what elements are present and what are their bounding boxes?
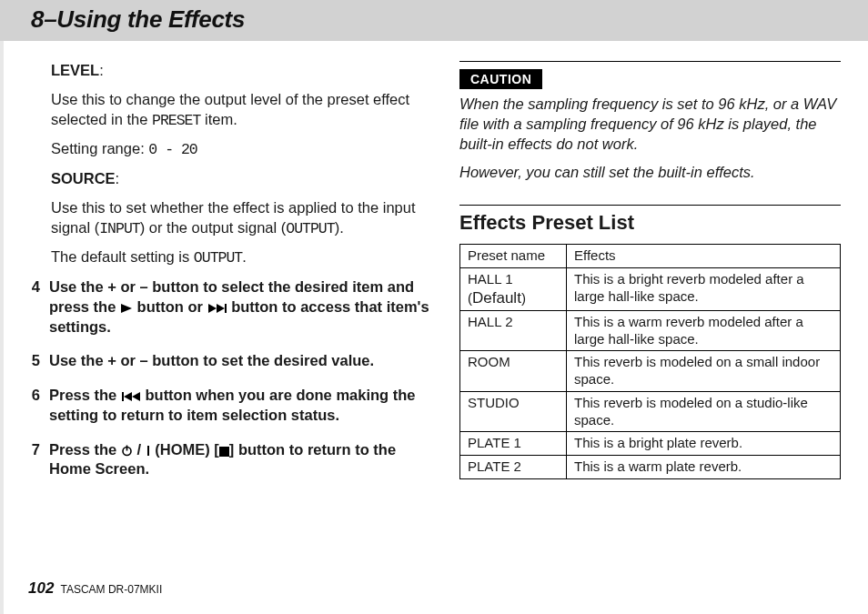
step-number: 6 [25,386,40,426]
lcd-default: OUTPUT [194,249,242,267]
text: The default setting is [51,248,194,265]
table-row: STUDIO This reverb is modeled on a studi… [460,391,841,432]
cell-effects: This is a bright reverb modeled after a … [567,267,841,310]
svg-marker-2 [217,304,225,313]
cell-preset-name: HALL 2 [460,310,567,351]
svg-marker-5 [124,392,132,401]
page: 8–Using the Effects LEVEL: Use this to c… [0,0,868,614]
svg-marker-1 [208,304,217,313]
step-4: 4 Use the + or – button to select the de… [51,277,432,337]
th-preset-name: Preset name [460,245,567,268]
slash: / [136,441,145,458]
preset-table: Preset name Effects HALL 1 (Default) Thi… [459,244,841,479]
source-description: Use this to set whether the effect is ap… [51,198,432,239]
th-effects: Effects [567,245,841,268]
svg-marker-6 [132,392,140,401]
cell-effects: This is a warm plate reverb. [567,456,841,479]
cell-effects: This reverb is modeled on a studio-like … [567,391,841,432]
table-row: PLATE 2 This is a warm plate reverb. [460,456,841,479]
text: item. [200,111,237,127]
step-7: 7 Press the / (HOME) [] button to return… [51,440,432,480]
power-icon [121,445,133,457]
cell-preset-name: STUDIO [460,391,567,432]
stop-icon [219,447,229,457]
caution-paragraph-2: However, you can still set the built-in … [459,163,841,183]
svg-rect-4 [122,392,124,401]
step-body: Press the / (HOME) [] button to return t… [49,440,432,480]
step-number: 5 [25,351,40,371]
text: . [242,248,247,265]
text: Press the [49,441,121,458]
table-header-row: Preset name Effects [460,245,841,268]
lcd-range: 0 - 20 [148,141,197,158]
table-row: PLATE 1 This is a bright plate reverb. [460,432,841,456]
rewind-icon [121,391,141,402]
ffwd-icon [207,303,227,314]
content-columns: LEVEL: Use this to change the output lev… [0,41,868,494]
svg-rect-9 [147,446,149,456]
setting-range: Setting range: 0 - 20 [51,139,432,160]
step-6: 6 Press the button when you are done mak… [51,386,432,426]
step-5: 5 Use the + or – button to set the desir… [51,351,432,371]
text: ). [335,219,344,236]
cell-preset-name: PLATE 1 [460,432,567,456]
table-row: HALL 1 (Default) This is a bright reverb… [460,267,841,310]
table-row: ROOM This reverb is modeled on a small i… [460,351,841,392]
svg-rect-10 [219,447,229,457]
page-footer: 102 TASCAM DR-07MKII [28,579,162,598]
step-body: Press the button when you are done makin… [49,386,432,426]
right-column: CAUTION When the sampling frequency is s… [459,61,841,494]
lcd-output: OUTPUT [286,220,334,237]
left-column: LEVEL: Use this to change the output lev… [51,61,432,494]
step-number: 7 [25,440,40,480]
lcd-preset: PRESET [152,112,200,129]
level-label: LEVEL [51,62,99,78]
caution-label: CAUTION [459,69,542,89]
step-number: 4 [25,277,40,337]
page-number: 102 [28,579,54,597]
svg-rect-8 [126,445,128,450]
svg-rect-3 [225,304,227,313]
cell-preset-name: PLATE 2 [460,456,567,479]
source-heading: SOURCE: [51,169,432,189]
text: Setting range: [51,140,148,156]
cell-preset-name: HALL 1 (Default) [460,267,567,310]
text: Press the [49,387,121,403]
table-row: HALL 2 This is a warm reverb modeled aft… [460,310,841,351]
default-setting: The default setting is OUTPUT. [51,247,432,268]
cell-effects: This is a warm reverb modeled after a la… [567,310,841,351]
play-icon [120,303,133,314]
chapter-title: 8–Using the Effects [0,0,868,41]
text: ) or the output signal ( [140,219,287,236]
step-body: Use the + or – button to select the desi… [49,277,432,337]
level-description: Use this to change the output level of t… [51,90,432,131]
pause-bar-icon [146,445,151,457]
steps-list: 4 Use the + or – button to select the de… [51,277,432,479]
lcd-input: INPUT [99,220,140,237]
source-label: SOURCE [51,170,116,186]
cell-effects: This is a bright plate reverb. [567,432,841,456]
svg-marker-0 [121,304,132,313]
divider [459,61,841,62]
text: (HOME) [ [155,441,219,458]
model-name: TASCAM DR-07MKII [61,583,163,596]
step-body: Use the + or – button to set the desired… [49,351,432,371]
cell-preset-name: ROOM [460,351,567,392]
caution-paragraph-1: When the sampling frequency is set to 96… [459,95,841,154]
section-heading: Effects Preset List [459,211,841,235]
text: button or [137,298,207,315]
divider [459,205,841,206]
level-heading: LEVEL: [51,61,432,81]
cell-effects: This reverb is modeled on a small indoor… [567,351,841,392]
